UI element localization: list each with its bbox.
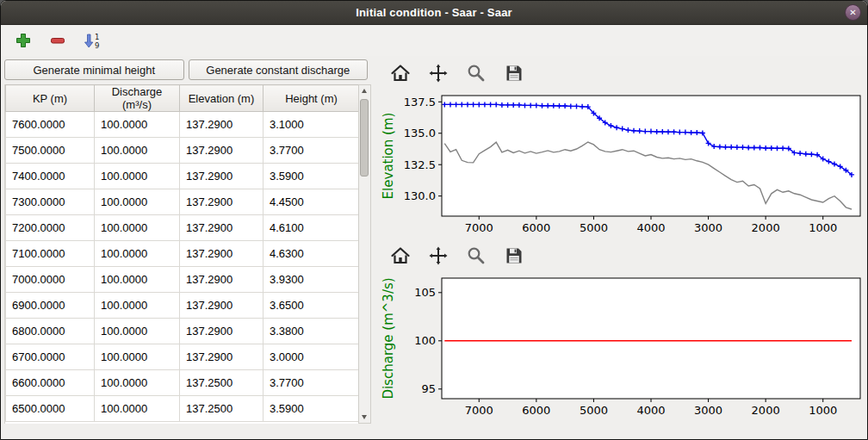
y-tick-label: 95 [421,382,436,395]
elevation-chart[interactable]: 7000600050004000300020001000130.0132.513… [378,89,865,240]
table-cell[interactable]: 6900.0000 [6,293,95,319]
table-cell[interactable]: 100.0000 [95,267,180,293]
elevation-pan-button[interactable] [426,61,450,85]
table-cell[interactable]: 4.6100 [264,215,359,241]
discharge-save-button[interactable] [502,244,526,268]
generate-minimal-height-button[interactable]: Generate minimal height [4,59,184,80]
table-cell[interactable]: 137.2900 [180,112,264,138]
table-row[interactable]: 7600.0000100.0000137.29003.1000 [6,112,359,138]
table-cell[interactable]: 3.3800 [264,319,359,344]
table-row[interactable]: 6700.0000100.0000137.29003.0000 [6,344,359,370]
table-cell[interactable]: 137.2900 [180,138,264,164]
elevation-home-button[interactable] [388,61,412,85]
table-row[interactable]: 7400.0000100.0000137.29003.5900 [6,164,359,189]
left-panel: Generate minimal height Generate constan… [1,56,371,424]
table-cell[interactable]: 7200.0000 [6,215,95,241]
sort-digit-bottom: 9 [95,41,99,50]
table-cell[interactable]: 100.0000 [95,138,180,164]
y-tick-label: 137.5 [404,96,436,108]
column-header-elevation[interactable]: Elevation (m) [180,85,264,112]
remove-row-button[interactable] [47,29,70,52]
table-cell[interactable]: 137.2900 [180,164,264,189]
table-row[interactable]: 6900.0000100.0000137.29003.6500 [6,293,359,319]
sort-button[interactable]: 1 9 [82,29,104,52]
scroll-down-button[interactable] [359,411,370,423]
generate-constant-discharge-button[interactable]: Generate constant discharge [189,59,369,80]
table-cell[interactable]: 3.9300 [264,267,359,293]
table-cell[interactable]: 137.2900 [180,293,264,319]
initial-condition-table: KP (m) Discharge (m³/s) Elevation (m) He… [5,84,358,422]
table-row[interactable]: 7000.0000100.0000137.29003.9300 [6,267,359,293]
table-cell[interactable]: 4.4500 [264,189,359,215]
table-cell[interactable]: 3.5900 [264,396,359,422]
scrollbar-thumb[interactable] [360,99,369,177]
column-header-height[interactable]: Height (m) [264,85,359,112]
scroll-up-button[interactable] [359,85,370,97]
column-header-discharge[interactable]: Discharge (m³/s) [95,85,180,112]
table-cell[interactable]: 6800.0000 [6,319,95,344]
elevation-zoom-button[interactable] [464,61,488,85]
table-cell[interactable]: 137.2500 [180,396,264,422]
plot-area[interactable] [442,278,860,399]
table-cell[interactable]: 137.2500 [180,370,264,396]
table-cell[interactable]: 7300.0000 [6,189,95,215]
table-cell[interactable]: 100.0000 [95,241,180,267]
table-row[interactable]: 7100.0000100.0000137.29004.6300 [6,241,359,267]
discharge-home-button[interactable] [388,244,412,268]
table-row[interactable]: 6800.0000100.0000137.29003.3800 [6,319,359,344]
table-row[interactable]: 7200.0000100.0000137.29004.6100 [6,215,359,241]
table-cell[interactable]: 100.0000 [95,112,180,138]
discharge-chart[interactable]: 700060005000400030002000100095100105Disc… [378,271,865,423]
table-cell[interactable]: 3.0000 [264,344,359,370]
table-cell[interactable]: 3.7700 [264,370,359,396]
x-tick-label: 7000 [465,404,493,417]
table-cell[interactable]: 4.6300 [264,241,359,267]
x-tick-label: 6000 [522,221,550,234]
table-scrollbar[interactable] [358,84,371,424]
discharge-zoom-button[interactable] [464,244,488,268]
table-row[interactable]: 7300.0000100.0000137.29004.4500 [6,189,359,215]
x-tick-label: 1000 [809,221,837,234]
x-axis: 7000600050004000300020001000 [465,399,838,417]
table-cell[interactable]: 6500.0000 [6,396,95,422]
table-row[interactable]: 6500.0000100.0000137.25003.5900 [6,396,359,422]
discharge-pan-button[interactable] [426,244,450,268]
add-row-button[interactable] [13,29,35,52]
table-cell[interactable]: 7500.0000 [6,138,95,164]
table-cell[interactable]: 137.2900 [180,344,264,370]
titlebar[interactable]: Initial condition - Saar - Saar ✕ [1,1,867,25]
table-cell[interactable]: 100.0000 [95,293,180,319]
table-cell[interactable]: 100.0000 [95,319,180,344]
y-tick-label: 105 [414,286,436,299]
table-cell[interactable]: 3.1000 [264,112,359,138]
table-cell[interactable]: 137.2900 [180,215,264,241]
table-cell[interactable]: 100.0000 [95,370,180,396]
table-row[interactable]: 7500.0000100.0000137.29003.7700 [6,138,359,164]
main-toolbar: 1 9 [1,25,867,56]
plot-area[interactable] [442,96,860,216]
table-cell[interactable]: 100.0000 [95,215,180,241]
table-cell[interactable]: 100.0000 [95,396,180,422]
table-cell[interactable]: 6700.0000 [6,344,95,370]
table-cell[interactable]: 137.2900 [180,319,264,344]
table-cell[interactable]: 137.2900 [180,189,264,215]
table-cell[interactable]: 7000.0000 [6,267,95,293]
table-cell[interactable]: 100.0000 [95,344,180,370]
scrollbar-track[interactable] [359,97,370,411]
table-cell[interactable]: 137.2900 [180,241,264,267]
elevation-save-button[interactable] [502,61,526,85]
table-cell[interactable]: 6600.0000 [6,370,95,396]
table-cell[interactable]: 7400.0000 [6,164,95,189]
table-cell[interactable]: 3.5900 [264,164,359,189]
table-cell[interactable]: 100.0000 [95,164,180,189]
table-cell[interactable]: 7600.0000 [6,112,95,138]
table-cell[interactable]: 3.7700 [264,138,359,164]
table-row[interactable]: 6600.0000100.0000137.25003.7700 [6,370,359,396]
table-cell[interactable]: 137.2900 [180,267,264,293]
table-cell[interactable]: 3.6500 [264,293,359,319]
close-button[interactable]: ✕ [845,4,861,21]
table-cell[interactable]: 7100.0000 [6,241,95,267]
table-cell[interactable]: 100.0000 [95,189,180,215]
zoom-icon [466,245,487,266]
column-header-kp[interactable]: KP (m) [6,85,95,112]
